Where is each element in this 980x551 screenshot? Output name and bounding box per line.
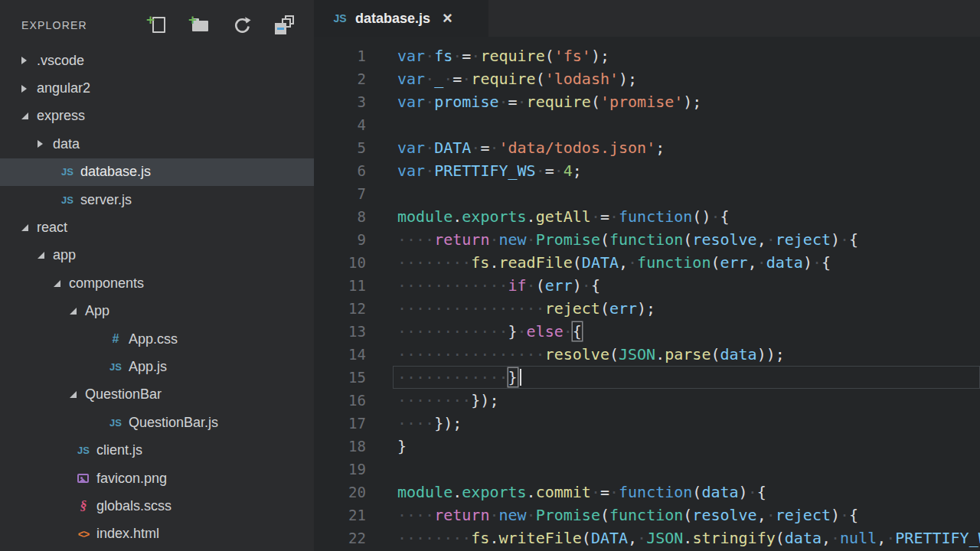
code-editor[interactable]: 1var·fs·=·require('fs');2var·_·=·require… [314, 37, 980, 551]
code-line-21[interactable]: 21····return·new·Promise(function(resolv… [314, 504, 980, 527]
tree-folder-angular2[interactable]: angular2 [0, 74, 314, 102]
code-line-16[interactable]: 16········}); [314, 389, 980, 412]
tab-database-js[interactable]: JS database.js × [314, 0, 488, 37]
code-text: ············if·(err)·{ [397, 274, 980, 297]
tab-close-icon[interactable]: × [443, 11, 452, 26]
code-line-20[interactable]: 20module.exports.commit·=·function(data)… [314, 481, 980, 504]
token-v: _ [434, 70, 443, 88]
twisty-expanded-icon[interactable] [70, 308, 77, 315]
code-text: ············}·else·{ [397, 320, 980, 343]
token-p: . [489, 529, 498, 547]
twisty-collapsed-icon[interactable] [38, 140, 43, 148]
collapse-all-icon[interactable] [274, 15, 294, 35]
token-p: ( [573, 253, 582, 272]
token-w: · [886, 529, 895, 547]
token-v: data [785, 529, 822, 547]
token-f: getAll [536, 207, 591, 226]
tree-file-globals.scss[interactable]: §globals.scss [0, 492, 314, 520]
token-w: · [757, 253, 766, 272]
tree-folder-questionbar[interactable]: QuestionBar [0, 381, 314, 409]
token-p: ( [600, 299, 609, 318]
twisty-expanded-icon[interactable] [38, 252, 44, 259]
token-p: ( [600, 506, 609, 524]
code-line-8[interactable]: 8module.exports.getAll·=·function()·{ [314, 205, 980, 228]
token-w: · [518, 322, 527, 341]
code-line-17[interactable]: 17····}); [314, 412, 980, 435]
code-line-11[interactable]: 11············if·(err)·{ [314, 274, 980, 297]
tree-folder-app[interactable]: App [0, 298, 314, 325]
tree-file-app.css[interactable]: #App.css [0, 325, 314, 353]
code-line-18[interactable]: 18} [314, 435, 980, 458]
code-line-5[interactable]: 5var·DATA·=·'data/todos.json'; [314, 136, 980, 159]
twisty-collapsed-icon[interactable] [21, 57, 27, 64]
token-w: · [840, 230, 849, 249]
twisty-expanded-icon[interactable] [21, 112, 28, 119]
token-v: PRETTIFY_WS [434, 161, 535, 180]
token-t: module [397, 207, 452, 226]
tree-folder-.vscode[interactable]: .vscode [0, 47, 314, 74]
code-line-22[interactable]: 22········fs.writeFile(DATA,·JSON.string… [314, 527, 980, 549]
twisty-expanded-icon[interactable] [54, 280, 60, 287]
code-line-9[interactable]: 9····return·new·Promise(function(resolve… [314, 228, 980, 251]
token-m: else [527, 322, 564, 341]
token-v: data [701, 483, 738, 501]
code-line-4[interactable]: 4 [314, 113, 980, 136]
token-t: Promise [536, 230, 600, 249]
line-number: 20 [314, 484, 366, 500]
token-w: · [462, 70, 471, 88]
new-folder-icon[interactable]: + [190, 15, 210, 35]
token-p: ); [637, 299, 655, 318]
tree-item-label: globals.scss [96, 498, 172, 514]
token-w: · [425, 139, 434, 157]
tree-file-app.js[interactable]: JSApp.js [0, 353, 314, 380]
tree-item-label: QuestionBar [85, 386, 162, 403]
tree-folder-app[interactable]: app [0, 242, 314, 269]
code-line-7[interactable]: 7 [314, 182, 980, 205]
token-p: ( [536, 70, 545, 88]
code-line-15[interactable]: 15············} [314, 366, 980, 389]
code-line-13[interactable]: 13············}·else·{ [314, 320, 980, 343]
token-w: · [591, 483, 600, 501]
code-line-2[interactable]: 2var·_·=·require('lodash'); [314, 67, 980, 90]
token-t: exports [462, 207, 526, 226]
tree-folder-react[interactable]: react [0, 214, 314, 241]
tree-file-database.js[interactable]: JSdatabase.js [0, 158, 314, 186]
tree-file-client.js[interactable]: JSclient.js [0, 436, 314, 464]
tree-file-favicon.png[interactable]: favicon.png [0, 465, 314, 492]
code-line-6[interactable]: 6var·PRETTIFY_WS·=·4; [314, 159, 980, 182]
token-v: err [720, 253, 747, 272]
token-w: · [498, 93, 508, 111]
code-line-10[interactable]: 10········fs.readFile(DATA,·function(err… [314, 251, 980, 274]
token-p: ( [710, 345, 720, 364]
new-file-icon[interactable]: + [148, 15, 168, 35]
matched-bracket: { [573, 322, 582, 341]
token-v: promise [434, 93, 498, 111]
tree-folder-components[interactable]: components [0, 269, 314, 297]
code-line-19[interactable]: 19 [314, 458, 980, 481]
tree-folder-express[interactable]: express [0, 103, 314, 130]
line-number: 7 [314, 185, 366, 202]
code-line-12[interactable]: 12················reject(err); [314, 297, 980, 320]
tree-file-questionbar.js[interactable]: JSQuestionBar.js [0, 409, 314, 436]
twisty-expanded-icon[interactable] [21, 224, 28, 231]
token-m: if [508, 276, 527, 295]
tree-file-server.js[interactable]: JSserver.js [0, 186, 314, 214]
token-p: . [452, 207, 462, 226]
twisty-expanded-icon[interactable] [70, 391, 77, 398]
tree-item-label: angular2 [37, 80, 90, 96]
code-line-3[interactable]: 3var·promise·=·require('promise'); [314, 90, 980, 113]
code-line-1[interactable]: 1var·fs·=·require('fs'); [314, 44, 980, 67]
token-w: · [527, 230, 536, 249]
tree-file-index.html[interactable]: <>index.html [0, 520, 314, 548]
token-k: new [498, 506, 526, 524]
code-line-14[interactable]: 14················resolve(JSON.parse(dat… [314, 343, 980, 366]
refresh-icon[interactable] [232, 15, 252, 35]
token-p: ( [591, 93, 600, 111]
line-number: 1 [314, 47, 366, 64]
token-w: · [489, 230, 498, 249]
tree-folder-data[interactable]: data [0, 130, 314, 158]
twisty-collapsed-icon[interactable] [21, 85, 27, 93]
token-w: ················ [397, 299, 545, 318]
image-file-icon [76, 471, 91, 485]
line-number: 19 [314, 461, 366, 478]
